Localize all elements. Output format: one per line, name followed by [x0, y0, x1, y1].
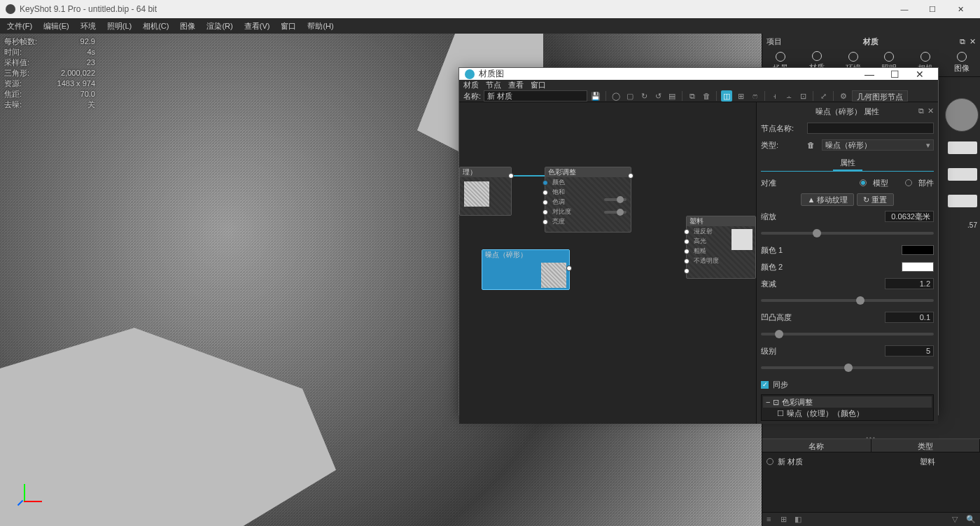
connection-wire[interactable] — [512, 175, 548, 177]
node-noise-fractal[interactable]: 噪点（碎形） — [482, 249, 570, 290]
tool-icon-6[interactable]: ⊞ — [735, 90, 746, 102]
node-slider[interactable] — [604, 211, 626, 214]
search-icon[interactable]: 🔍 — [966, 515, 976, 525]
mg-close-button[interactable]: ✕ — [907, 69, 932, 80]
trash-icon[interactable]: 🗑 — [807, 141, 815, 149]
output-port[interactable] — [628, 173, 634, 179]
tree-row[interactable]: ☐ 噪点（纹理）（颜色） — [763, 408, 932, 419]
node-texture[interactable]: 理） — [459, 167, 512, 216]
menu-window[interactable]: 窗口 — [276, 20, 300, 33]
collapse-icon[interactable]: − — [766, 398, 770, 406]
list-icon-2[interactable]: ⊞ — [780, 515, 790, 525]
tool-icon-2[interactable]: ▢ — [624, 90, 636, 102]
list-item[interactable]: 新 材质 塑料 — [766, 455, 976, 468]
geometry-nodes-button[interactable]: 几何图形节点 — [852, 90, 908, 102]
scale-slider[interactable] — [761, 232, 934, 235]
mg-menu-material[interactable]: 材质 — [463, 80, 479, 90]
menu-help[interactable]: 帮助(H) — [303, 20, 337, 33]
menu-file[interactable]: 文件(F) — [3, 20, 36, 33]
menu-edit[interactable]: 编辑(E) — [39, 20, 74, 33]
input-port[interactable] — [684, 229, 690, 235]
input-port[interactable] — [684, 268, 690, 274]
color1-swatch[interactable] — [902, 245, 934, 255]
tool-icon-7[interactable]: ෆ — [749, 90, 760, 102]
side-button-2[interactable] — [948, 168, 977, 181]
filter-icon[interactable]: ▽ — [952, 515, 962, 525]
tool-icon-5[interactable]: ▤ — [666, 90, 678, 102]
material-name-input[interactable] — [484, 90, 587, 102]
mg-menu-window[interactable]: 窗口 — [531, 80, 546, 90]
reset-button[interactable]: ↻ 重置 — [857, 193, 893, 206]
radio-model[interactable] — [860, 179, 867, 186]
menu-render[interactable]: 渲染(R) — [202, 20, 237, 33]
move-texture-button[interactable]: ▲ 移动纹理 — [801, 193, 854, 206]
align-icon-1[interactable]: ⫞ — [769, 90, 780, 102]
input-port[interactable] — [542, 219, 548, 225]
props-pin-icon[interactable]: ⧉ — [918, 106, 924, 116]
mg-maximize-button[interactable]: ☐ — [882, 69, 907, 80]
menu-lighting[interactable]: 照明(L) — [103, 20, 136, 33]
col-name[interactable]: 名称 — [762, 439, 872, 452]
align-icon-3[interactable]: ⊡ — [797, 90, 808, 102]
scale-value[interactable]: 0.0632毫米 — [885, 211, 934, 222]
node-color-adjust[interactable]: 色彩调整 颜色 饱和 色调 对比度 亮度 — [545, 167, 631, 233]
gear-icon[interactable]: ⚙ — [838, 90, 849, 102]
node-slider[interactable] — [604, 198, 626, 201]
menu-view[interactable]: 查看(V) — [240, 20, 274, 33]
tab-properties[interactable]: 属性 — [833, 156, 862, 171]
level-slider[interactable] — [761, 366, 934, 369]
tree-row[interactable]: − ⊡ 色彩调整 — [763, 396, 932, 408]
checkbox-icon[interactable]: ☐ — [777, 409, 784, 418]
tab-image[interactable]: 图像 — [944, 49, 980, 76]
mg-titlebar[interactable]: 材质图 — ☐ ✕ — [459, 68, 938, 80]
tool-icon-4[interactable]: ↺ — [652, 90, 664, 102]
axis-gizmo[interactable] — [14, 477, 49, 512]
radio-part[interactable] — [905, 179, 912, 186]
type-dropdown[interactable]: 噪点（碎形） — [822, 139, 934, 151]
bump-slider[interactable] — [761, 333, 934, 335]
output-port[interactable] — [508, 173, 514, 179]
atten-value[interactable]: 1.2 — [885, 278, 934, 289]
list-icon-3[interactable]: ◧ — [794, 515, 804, 525]
props-close-icon[interactable]: ✕ — [927, 106, 934, 116]
bump-value[interactable]: 0.1 — [885, 312, 934, 323]
delete-icon[interactable]: 🗑 — [701, 90, 712, 102]
list-icon-1[interactable]: ≡ — [766, 515, 776, 525]
sync-checkbox[interactable]: ✓ — [761, 381, 769, 389]
align-icon-2[interactable]: ⫠ — [783, 90, 794, 102]
input-port[interactable] — [684, 258, 690, 264]
mg-menu-node[interactable]: 节点 — [486, 80, 501, 90]
input-port[interactable] — [684, 239, 690, 244]
input-port[interactable] — [542, 190, 548, 195]
copy-icon[interactable]: ⧉ — [687, 90, 698, 102]
output-port[interactable] — [566, 265, 572, 271]
atten-slider[interactable] — [761, 299, 934, 302]
panel-close-icon[interactable]: ✕ — [969, 37, 976, 46]
menu-environment[interactable]: 环境 — [76, 20, 100, 33]
tool-icon-3[interactable]: ↻ — [638, 90, 650, 102]
node-name-input[interactable] — [807, 123, 934, 134]
mg-menu-view[interactable]: 查看 — [508, 80, 524, 90]
side-button-3[interactable] — [948, 195, 977, 207]
close-button[interactable]: ✕ — [946, 0, 974, 18]
col-type[interactable]: 类型 — [872, 439, 981, 452]
expand-icon[interactable]: ⤢ — [818, 90, 829, 102]
mg-minimize-button[interactable]: — — [857, 69, 882, 80]
node-graph-canvas[interactable]: 理） 色彩调整 颜色 饱和 色调 对比度 亮度 — [459, 102, 756, 424]
maximize-button[interactable]: ☐ — [918, 0, 946, 18]
input-port[interactable] — [684, 249, 690, 254]
tool-icon-1[interactable]: ◯ — [610, 90, 622, 102]
input-port[interactable] — [542, 209, 548, 215]
level-value[interactable]: 5 — [885, 345, 934, 357]
input-port[interactable] — [542, 200, 548, 205]
node-plastic[interactable]: 塑料 漫反射 高光 粗糙 不透明度 — [686, 216, 756, 279]
tool-active-icon[interactable]: ◫ — [721, 90, 732, 102]
material-preview-swatch[interactable] — [945, 98, 979, 132]
menu-image[interactable]: 图像 — [176, 20, 200, 33]
save-icon[interactable]: 💾 — [590, 90, 601, 102]
pin-icon[interactable]: ⧉ — [960, 37, 965, 46]
input-port[interactable] — [542, 180, 548, 186]
minimize-button[interactable]: — — [890, 0, 918, 18]
color2-swatch[interactable] — [902, 262, 934, 272]
menu-camera[interactable]: 相机(C) — [139, 20, 173, 33]
